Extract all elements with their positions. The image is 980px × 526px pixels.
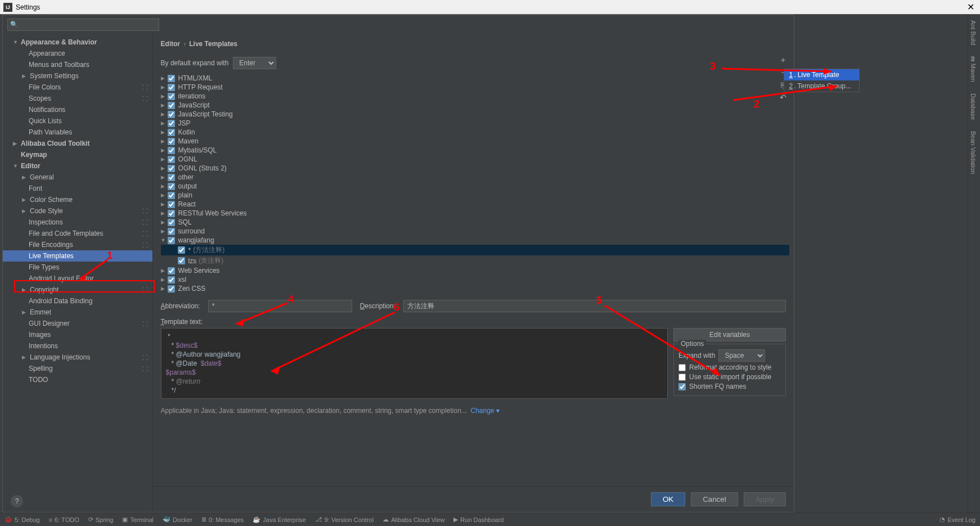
tree-menus-toolbars[interactable]: Menus and Toolbars [3, 59, 152, 70]
template-group-row[interactable]: ▶Web Services [161, 266, 789, 275]
group-checkbox[interactable] [168, 102, 175, 109]
status-alibaba[interactable]: ☁ Alibaba Cloud View [383, 516, 444, 523]
status-java[interactable]: ☕ Java Enterprise [253, 516, 305, 523]
tree-spelling[interactable]: Spelling⛶ [3, 363, 152, 374]
abbreviation-input[interactable] [208, 300, 352, 312]
template-group-row[interactable]: ▶HTML/XML [161, 74, 789, 83]
group-checkbox[interactable] [168, 156, 175, 163]
status-spring[interactable]: ⟳ Spring [88, 516, 114, 523]
static-import-checkbox[interactable] [678, 374, 686, 381]
group-checkbox[interactable] [168, 228, 175, 235]
tree-android-data[interactable]: Android Data Binding [3, 295, 152, 307]
cancel-button[interactable]: Cancel [691, 492, 738, 506]
tree-notifications[interactable]: Notifications [3, 104, 152, 115]
toolwindow-database[interactable]: Database [968, 88, 978, 125]
status-debug[interactable]: 🐞 5: Debug [5, 516, 40, 523]
tree-color-scheme[interactable]: ▶Color Scheme [3, 194, 152, 205]
template-group-row[interactable]: ▶other [161, 173, 789, 182]
group-checkbox[interactable] [168, 285, 175, 293]
tree-intentions[interactable]: Intentions [3, 340, 152, 352]
tree-system-settings[interactable]: ▶System Settings [3, 70, 152, 82]
status-run[interactable]: ▶ Run Dashboard [453, 516, 504, 523]
group-checkbox[interactable] [168, 111, 175, 118]
status-messages[interactable]: ≣ 0: Messages [201, 516, 244, 523]
status-todo[interactable]: ≡ 6: TODO [49, 516, 79, 523]
status-docker[interactable]: 🐳 Docker [163, 516, 192, 523]
template-text-editor[interactable]: * * $desc$ * @Author wangjiafang * @Date… [161, 328, 668, 399]
group-checkbox[interactable] [168, 276, 175, 284]
template-group-row[interactable]: ▶RESTful Web Services [161, 209, 789, 218]
group-checkbox[interactable] [168, 219, 175, 226]
tree-keymap[interactable]: ▶Keymap [3, 149, 152, 160]
toolwindow-maven[interactable]: m Maven [968, 51, 978, 88]
template-checkbox[interactable] [178, 246, 185, 254]
tree-alibaba[interactable]: ▶Alibaba Cloud Toolkit [3, 138, 152, 149]
tree-inspections[interactable]: Inspections⛶ [3, 217, 152, 228]
template-group-row[interactable]: ▶JSP [161, 119, 789, 128]
group-checkbox[interactable] [168, 93, 175, 100]
template-group-row[interactable]: ▶JavaScript [161, 101, 789, 110]
tree-live-templates[interactable]: Live Templates [3, 250, 152, 262]
tree-scopes[interactable]: Scopes⛶ [3, 93, 152, 104]
toolwindow-bean[interactable]: Bean Validation [968, 125, 978, 179]
ok-button[interactable]: OK [651, 492, 685, 506]
group-checkbox[interactable] [168, 84, 175, 91]
template-group-row[interactable]: ▶surround [161, 227, 789, 236]
group-checkbox[interactable] [168, 165, 175, 172]
template-group-row[interactable]: ▶Mybatis/SQL [161, 146, 789, 155]
template-item-row[interactable]: *(方法注释) [161, 245, 789, 255]
group-checkbox[interactable] [168, 147, 175, 154]
tree-gui-designer[interactable]: GUI Designer⛶ [3, 318, 152, 329]
template-group-row[interactable]: ▶JavaScript Testing [161, 110, 789, 119]
group-checkbox[interactable] [168, 210, 175, 217]
template-group-row[interactable]: ▶OGNL [161, 155, 789, 164]
tree-editor[interactable]: ▼Editor [3, 160, 152, 172]
tree-appearance-behavior[interactable]: ▼Appearance & Behavior [3, 37, 152, 48]
shorten-fq-checkbox[interactable] [678, 383, 686, 390]
template-group-row[interactable]: ▶Maven [161, 137, 789, 146]
tree-file-encodings[interactable]: File Encodings⛶ [3, 239, 152, 250]
group-checkbox[interactable] [168, 129, 175, 136]
toolwindow-ant[interactable]: Ant Build [968, 15, 978, 51]
change-context-link[interactable]: Change ▾ [471, 407, 500, 415]
template-item-row[interactable]: lzs(类注释) [161, 255, 789, 266]
close-icon[interactable]: ✕ [967, 2, 974, 12]
group-checkbox[interactable] [168, 183, 175, 190]
group-checkbox[interactable] [168, 267, 175, 275]
tree-file-types[interactable]: File Types [3, 262, 152, 273]
settings-tree[interactable]: ▼Appearance & Behavior Appearance Menus … [3, 34, 153, 512]
template-group-row[interactable]: ▶output [161, 182, 789, 191]
status-event-log[interactable]: ◔ Event Log [939, 516, 975, 523]
tree-emmet[interactable]: ▶Emmet [3, 307, 152, 318]
template-group-row[interactable]: ▼wangjiafang [161, 236, 789, 245]
group-checkbox[interactable] [168, 120, 175, 127]
tree-file-colors[interactable]: File Colors⛶ [3, 82, 152, 93]
tree-path-variables[interactable]: Path Variables [3, 127, 152, 138]
apply-button[interactable]: Apply [744, 492, 786, 506]
tree-quick-lists[interactable]: Quick Lists [3, 115, 152, 127]
search-input[interactable] [7, 19, 159, 31]
popup-live-template[interactable]: 1. Live Template [784, 69, 859, 80]
default-expand-select[interactable]: Enter [233, 57, 276, 69]
group-checkbox[interactable] [168, 237, 175, 244]
tree-appearance[interactable]: Appearance [3, 48, 152, 59]
template-group-row[interactable]: ▶HTTP Request [161, 83, 789, 92]
template-checkbox[interactable] [178, 257, 185, 264]
status-vcs[interactable]: ⎇ 9: Version Control [315, 516, 374, 523]
tree-general[interactable]: ▶General [3, 172, 152, 183]
add-button[interactable]: ＋ [776, 54, 790, 66]
status-terminal[interactable]: ▣ Terminal [122, 516, 154, 523]
template-group-row[interactable]: ▶iterations [161, 92, 789, 101]
tree-file-code-templates[interactable]: File and Code Templates⛶ [3, 228, 152, 239]
tree-images[interactable]: Images [3, 329, 152, 340]
group-checkbox[interactable] [168, 174, 175, 181]
template-group-row[interactable]: ▶xsl [161, 275, 789, 284]
group-checkbox[interactable] [168, 138, 175, 145]
reformat-checkbox[interactable] [678, 364, 686, 371]
template-groups-tree[interactable]: ▶HTML/XML▶HTTP Request▶iterations▶JavaSc… [153, 73, 794, 294]
group-checkbox[interactable] [168, 201, 175, 208]
group-checkbox[interactable] [168, 192, 175, 199]
tree-todo[interactable]: TODO [3, 374, 152, 385]
template-group-row[interactable]: ▶SQL [161, 218, 789, 227]
tree-code-style[interactable]: ▶Code Style⛶ [3, 205, 152, 217]
